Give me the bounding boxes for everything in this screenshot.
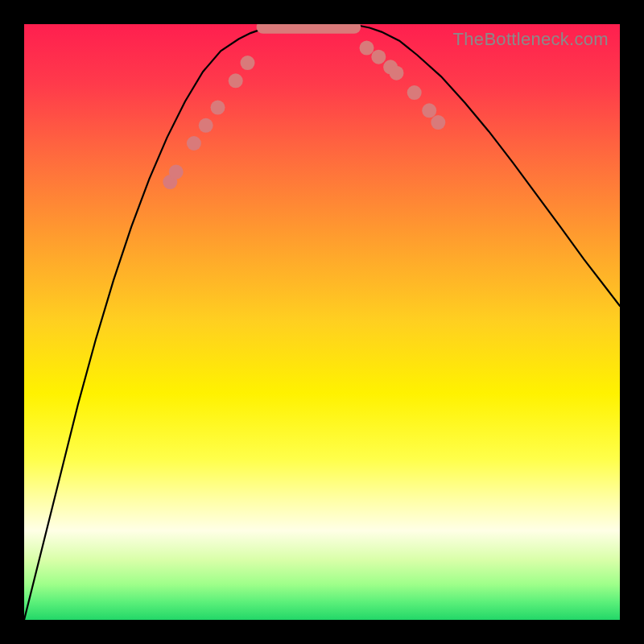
curve-layer: [24, 24, 620, 620]
data-marker: [422, 103, 436, 118]
data-marker: [390, 66, 404, 80]
chart-frame: TheBottleneck.com: [0, 0, 644, 644]
data-marker: [371, 50, 386, 64]
data-marker: [169, 165, 184, 180]
data-marker: [360, 41, 374, 56]
data-marker: [229, 73, 243, 88]
data-marker: [431, 115, 445, 130]
data-marker: [241, 56, 255, 70]
data-markers: [163, 41, 445, 190]
plot-area: TheBottleneck.com: [24, 24, 620, 620]
bottleneck-curve: [24, 24, 620, 620]
data-marker: [407, 85, 422, 100]
curve-minimum-segment: [257, 24, 361, 34]
data-marker: [199, 118, 213, 133]
data-marker: [187, 136, 201, 151]
data-marker: [211, 101, 225, 115]
